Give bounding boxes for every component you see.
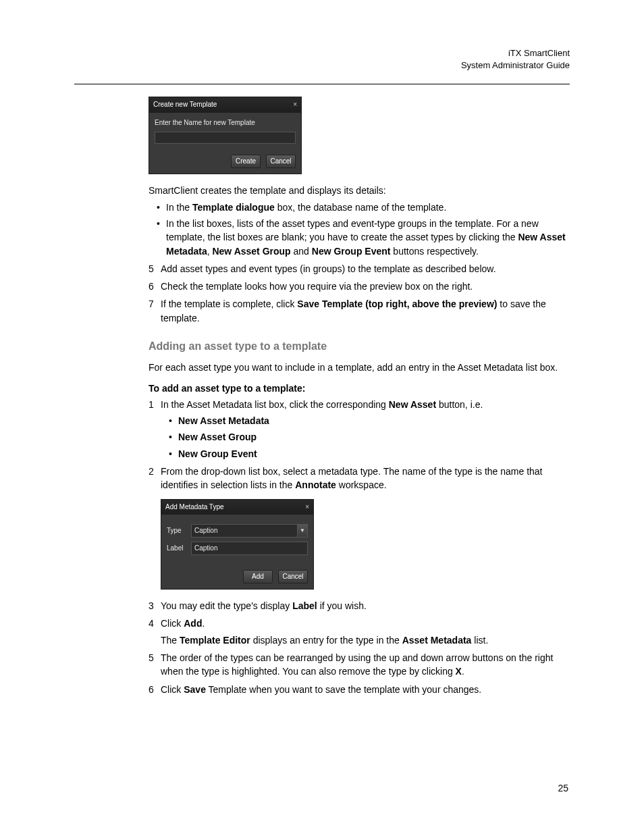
proc-step-5: The order of the types can be rearranged… — [149, 651, 570, 679]
close-icon[interactable]: × — [305, 502, 309, 513]
close-icon[interactable]: × — [293, 100, 297, 110]
proc-step-2: From the drop-down list box, select a me… — [149, 465, 570, 590]
bullet-item: New Asset Group — [178, 430, 570, 444]
bullet-item: In the Template dialogue box, the databa… — [166, 201, 570, 214]
proc-step-6: Click Save Template when you want to sav… — [149, 683, 570, 696]
bullet-item: In the list boxes, lists of the asset ty… — [166, 217, 570, 258]
dialog-title: Create new Template — [153, 100, 217, 110]
proc-step-3: You may edit the type's display Label if… — [149, 599, 570, 613]
procedure-title: To add an asset type to a template: — [149, 382, 570, 395]
proc-step-1-bullets: New Asset Metadata New Asset Group New G… — [161, 414, 570, 461]
proc-step-4-cont: The Template Editor displays an entry fo… — [161, 633, 570, 647]
type-value: Caption — [194, 526, 217, 536]
type-label: Type — [167, 526, 187, 536]
chevron-down-icon[interactable]: ▼ — [297, 525, 307, 537]
bullet-item: New Group Event — [178, 447, 570, 461]
procedure-steps: In the Asset Metadata list box, click th… — [149, 398, 570, 696]
steps-continued: Add asset types and event types (in grou… — [149, 262, 570, 325]
label-input[interactable]: Caption — [191, 542, 308, 555]
page-number: 25 — [558, 783, 568, 793]
label-value: Caption — [194, 544, 217, 554]
page-header: iTX SmartClient System Administrator Gui… — [74, 47, 570, 72]
type-dropdown[interactable]: Caption ▼ — [191, 524, 308, 538]
dialog-buttons: Add Cancel — [161, 566, 313, 589]
dialog-body: Enter the Name for new Template — [149, 113, 301, 151]
dialog-title: Add Metadata Type — [165, 502, 224, 513]
figure-create-template: Create new Template × Enter the Name for… — [149, 97, 570, 174]
template-name-input[interactable] — [155, 132, 296, 144]
create-button[interactable]: Create — [231, 155, 261, 168]
dialog-prompt: Enter the Name for new Template — [155, 118, 296, 128]
header-doc: System Administrator Guide — [74, 59, 570, 72]
proc-step-4: Click Add. The Template Editor displays … — [149, 617, 570, 647]
section-intro: For each asset type you want to include … — [149, 361, 570, 374]
header-product: iTX SmartClient — [74, 47, 570, 59]
intro-line: SmartClient creates the template and dis… — [149, 184, 570, 197]
cancel-button[interactable]: Cancel — [266, 155, 296, 168]
dialog-add-metadata: Add Metadata Type × Type Caption ▼ — [161, 499, 314, 590]
label-label: Label — [167, 544, 187, 554]
intro-bullets: In the Template dialogue box, the databa… — [149, 201, 570, 258]
dialog-titlebar: Create new Template × — [149, 97, 301, 113]
step-7: If the template is complete, click Save … — [149, 297, 570, 325]
step-5: Add asset types and event types (in grou… — [149, 262, 570, 276]
section-heading: Adding an asset type to a template — [149, 338, 570, 354]
header-rule — [74, 84, 570, 84]
dialog-create-template: Create new Template × Enter the Name for… — [149, 97, 302, 174]
proc-step-1: In the Asset Metadata list box, click th… — [149, 398, 570, 461]
bullet-item: New Asset Metadata — [178, 414, 570, 427]
dialog-buttons: Create Cancel — [149, 151, 301, 174]
step-6: Check the template looks how you require… — [149, 280, 570, 293]
dialog-titlebar: Add Metadata Type × — [161, 500, 313, 515]
figure-add-metadata: Add Metadata Type × Type Caption ▼ — [161, 499, 570, 590]
add-button[interactable]: Add — [243, 570, 273, 583]
dialog-body: Type Caption ▼ Label Caption — [161, 515, 313, 566]
cancel-button[interactable]: Cancel — [278, 570, 308, 583]
page-content: Create new Template × Enter the Name for… — [149, 97, 570, 696]
